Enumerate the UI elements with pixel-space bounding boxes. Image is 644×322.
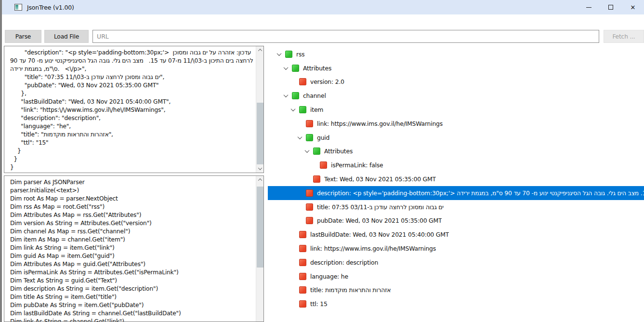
chevron-up-icon (258, 49, 262, 53)
expand-toggle[interactable] (279, 67, 292, 70)
load-file-button[interactable]: Load File (44, 30, 89, 43)
json-input-panel[interactable]: "description": "<p style='padding-bottom… (4, 46, 264, 173)
window-title: JsonTree (v1.00) (27, 4, 74, 11)
value-node-icon (299, 231, 306, 238)
json-tree-view: rss Attributes version: 2.0 channel item… (268, 47, 644, 322)
chevron-up-icon (258, 178, 262, 182)
parse-button[interactable]: Parse (5, 30, 41, 43)
tree-row-label: description: <p style='padding-bottom:30… (317, 189, 644, 197)
value-node-icon (299, 259, 306, 266)
tree-row-version[interactable]: version: 2.0 (268, 75, 644, 89)
maximize-icon (608, 5, 613, 10)
tree-row-label: version: 2.0 (310, 78, 344, 85)
close-icon: ✕ (631, 4, 636, 11)
tree-row-guid-attributes[interactable]: Attributes (268, 145, 644, 159)
value-node-icon (306, 120, 313, 127)
tree-row-description-selected[interactable]: description: <p style='padding-bottom:30… (268, 186, 644, 200)
jsontree-window: { "window": { "title": "JsonTree (v1.00)… (0, 0, 644, 322)
value-node-icon (299, 286, 306, 294)
tree-row-label: title: אזהרות והתראות מוקדמות (310, 286, 391, 294)
expand-toggle[interactable] (293, 136, 306, 139)
tree-row-item-title[interactable]: title: ים גבוה ומסוכן לרחצה עודכן ב-03/1… (268, 200, 644, 214)
code-editor-text[interactable]: Dim parser As JSONParser parser.Initiali… (4, 176, 255, 322)
tree-row-ttl[interactable]: ttl: 15 (268, 297, 644, 311)
chevron-down-icon (297, 134, 302, 139)
tree-row-language[interactable]: language: he (268, 269, 644, 283)
tree-row-item[interactable]: item (268, 103, 644, 117)
tree-row-ispermalink[interactable]: isPermaLink: false (268, 158, 644, 172)
window-controls: ✕ (578, 0, 644, 14)
window-titlebar: JsonTree (v1.00) ✕ (2, 0, 644, 14)
value-node-icon (313, 175, 320, 183)
value-node-icon (320, 161, 327, 169)
tree-row-label: link: https://www.ims.gov.il/he/IMSWarni… (310, 245, 436, 252)
tree-row-channel[interactable]: channel (268, 89, 644, 103)
tree-row-label: channel (303, 92, 326, 99)
value-node-icon (306, 217, 313, 224)
value-node-icon (306, 203, 313, 211)
tree-row-attributes[interactable]: Attributes (268, 61, 644, 75)
close-button[interactable]: ✕ (622, 0, 644, 14)
tree-row-label: ttl: 15 (310, 300, 328, 308)
tree-row-channel-title[interactable]: title: אזהרות והתראות מוקדמות (268, 283, 644, 297)
tree-row-label: description: description (310, 259, 378, 266)
tree-row-label: guid (317, 134, 329, 141)
map-node-icon (306, 134, 313, 141)
value-node-icon (299, 273, 306, 280)
expand-toggle[interactable] (287, 108, 299, 111)
code-editor-scrollbar[interactable] (256, 176, 263, 322)
minimize-button[interactable] (578, 0, 600, 14)
value-node-icon (299, 245, 306, 252)
value-node-icon (299, 300, 306, 308)
tree-row-label: Attributes (324, 148, 353, 155)
fetch-button[interactable]: Fetch ... (604, 30, 644, 43)
value-node-icon (306, 189, 313, 197)
tree-row-label: Text: Wed, 03 Nov 2021 05:35:00 GMT (324, 175, 436, 183)
chevron-down-icon (276, 51, 281, 56)
app-icon (14, 4, 22, 11)
tree-row-label: isPermaLink: false (331, 161, 383, 169)
maximize-button[interactable] (600, 0, 622, 14)
tree-row-label: link: https://www.ims.gov.il/he/IMSWarni… (317, 120, 443, 127)
tree-row-lastbuilddate[interactable]: lastBuildDate: Wed, 03 Nov 2021 05:40:00… (268, 228, 644, 242)
tree-row-label: pubDate: Wed, 03 Nov 2021 05:35:00 GMT (317, 217, 442, 224)
scrollbar-thumb[interactable] (257, 103, 263, 164)
tree-row-channel-link[interactable]: link: https://www.ims.gov.il/he/IMSWarni… (268, 242, 644, 255)
tree-row-label: language: he (310, 273, 348, 280)
tree-row-label: item (310, 106, 323, 113)
scroll-up-button[interactable] (256, 176, 264, 184)
tree-row-label: title: ים גבוה ומסוכן לרחצה עודכן ב-03/1… (317, 203, 444, 211)
chevron-down-icon (283, 93, 288, 97)
tree-row-channel-description[interactable]: description: description (268, 255, 644, 269)
tree-row-guid[interactable]: guid (268, 131, 644, 145)
scrollbar-thumb[interactable] (257, 187, 263, 268)
map-node-icon (313, 148, 320, 155)
tree-row-item-link[interactable]: link: https://www.ims.gov.il/he/IMSWarni… (268, 117, 644, 131)
chevron-down-icon (283, 65, 288, 70)
expand-toggle[interactable] (301, 149, 313, 153)
map-node-icon (292, 65, 299, 72)
json-input-scrollbar[interactable] (256, 46, 263, 173)
chevron-down-icon (304, 148, 309, 153)
scroll-up-button[interactable] (256, 46, 264, 54)
expand-toggle[interactable] (273, 53, 285, 56)
tree-row-rss[interactable]: rss (268, 47, 644, 61)
map-node-icon (285, 51, 292, 58)
map-node-icon (292, 92, 299, 99)
tree-row-pubdate[interactable]: pubDate: Wed, 03 Nov 2021 05:35:00 GMT (268, 214, 644, 228)
map-node-icon (299, 106, 306, 113)
code-editor-panel[interactable]: Dim parser As JSONParser parser.Initiali… (4, 175, 264, 322)
tree-row-label: Attributes (303, 65, 331, 72)
chevron-down-icon (258, 166, 262, 170)
value-node-icon (299, 78, 306, 85)
json-input-text[interactable]: "description": "<p style='padding-bottom… (4, 46, 255, 173)
url-input[interactable] (92, 30, 599, 43)
chevron-down-icon (290, 107, 295, 111)
tree-row-label: rss (296, 51, 304, 58)
scroll-down-button[interactable] (256, 165, 264, 173)
minimize-icon (586, 7, 591, 8)
tree-row-text[interactable]: Text: Wed, 03 Nov 2021 05:35:00 GMT (268, 172, 644, 186)
tree-row-label: lastBuildDate: Wed, 03 Nov 2021 05:40:00… (310, 231, 449, 238)
expand-toggle[interactable] (279, 94, 292, 97)
